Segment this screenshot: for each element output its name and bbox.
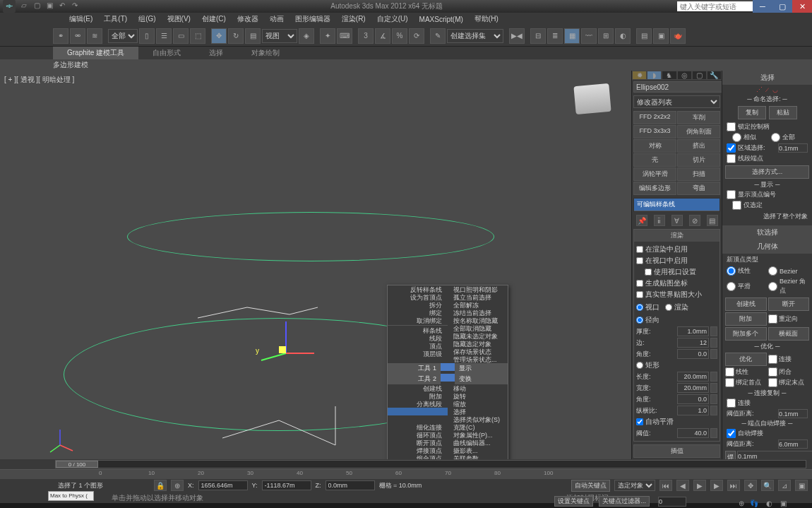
spinner-threshold[interactable]	[677, 428, 709, 438]
spinner-arrows-icon[interactable]	[710, 338, 717, 348]
select-object-icon[interactable]: ▯	[139, 28, 155, 44]
rollout-selection[interactable]: 选择	[722, 71, 812, 85]
auto-key-button[interactable]: 自动关键点	[571, 480, 610, 492]
track-bar[interactable]: 01020 304050 607080 100	[0, 469, 812, 479]
key-filters-button[interactable]: 关键点过滤器...	[599, 496, 650, 507]
rollout-softsel[interactable]: 软选择	[722, 225, 812, 240]
chk-bind-last[interactable]	[768, 378, 777, 387]
mod-editpoly[interactable]: 编辑多边形	[633, 182, 676, 195]
ctx-unfreeze-all[interactable]: 全部解冻	[448, 301, 508, 309]
nav-maximize-icon[interactable]: ▣	[780, 500, 787, 507]
ctx-vertex-level[interactable]: 顶点	[388, 342, 448, 350]
bind-spacewarp-icon[interactable]: ≋	[87, 28, 102, 44]
thresh-dist-field[interactable]	[778, 409, 808, 418]
ctx-divide[interactable]: 拆分	[388, 301, 448, 309]
menu-tools[interactable]: 工具(T)	[98, 13, 133, 25]
spinner-length[interactable]	[677, 372, 709, 382]
ctx-hover-item[interactable]	[388, 408, 448, 415]
spinner-width[interactable]	[677, 383, 709, 393]
window-crossing-icon[interactable]: ⬚	[190, 28, 205, 44]
rollout-interpolation[interactable]: 插值	[634, 445, 720, 457]
mod-ffd222[interactable]: FFD 2x2x2	[633, 111, 676, 124]
menu-group[interactable]: 组(G)	[133, 13, 161, 25]
menu-view[interactable]: 视图(V)	[162, 13, 196, 25]
menu-edit[interactable]: 编辑(E)	[64, 13, 98, 25]
close-button[interactable]: ✕	[792, 0, 812, 13]
lock-selection-icon[interactable]: 🔒	[154, 480, 167, 491]
radio-renderer[interactable]: 渲染	[665, 302, 688, 313]
chk-gen-mapping[interactable]: 生成贴图坐标	[636, 278, 717, 289]
nav-walk-icon[interactable]: 👣	[750, 500, 758, 507]
area-select-value[interactable]	[778, 143, 808, 153]
spinner-arrows-icon[interactable]	[710, 326, 717, 336]
spinner-angle2[interactable]	[677, 394, 709, 404]
ctx-create-line[interactable]: 创建线	[388, 384, 448, 392]
spinner-arrows-icon[interactable]	[710, 349, 717, 359]
chk-autosmooth[interactable]: 自动平滑	[636, 416, 717, 427]
spinner-arrows-icon[interactable]	[710, 394, 717, 404]
ctx-hide-unsel[interactable]: 隐藏未选定对象	[448, 332, 508, 340]
ctx-select[interactable]: 选择	[448, 408, 508, 415]
nav-fov-icon[interactable]: ⊿	[778, 480, 791, 491]
ctx-reverse-spline[interactable]: 反转样条线	[388, 285, 448, 293]
ctx-fuse-vertex[interactable]: 熔合顶点	[388, 454, 448, 459]
angle-snap-icon[interactable]: ∡	[375, 28, 390, 44]
select-region-icon[interactable]: ▭	[173, 28, 189, 44]
mod-bevelprofile[interactable]: 倒角剖面	[677, 125, 720, 138]
chk-lock-handles[interactable]	[727, 122, 736, 131]
select-move-icon[interactable]: ✥	[211, 28, 227, 44]
transform-gizmo[interactable]: y	[256, 321, 314, 360]
btn-attach[interactable]: 附加	[725, 312, 767, 326]
render-setup-icon[interactable]: ▤	[636, 28, 652, 44]
stack-show-icon[interactable]: ⅱ	[654, 215, 665, 226]
spinner-arrows-icon[interactable]	[710, 372, 717, 382]
ctx-detach-seg[interactable]: 分离线段	[388, 400, 448, 408]
modifier-stack[interactable]: 可编辑样条线	[633, 198, 720, 212]
radio-similar[interactable]	[732, 133, 741, 142]
set-key-button[interactable]: 设置关键点	[554, 496, 593, 507]
chk-real-world[interactable]: 真实世界贴图大小	[636, 289, 717, 300]
nav-zoomext-icon[interactable]: ▣	[795, 480, 808, 491]
radio-viewport[interactable]: 视口	[636, 302, 659, 313]
ctx-curve-editor[interactable]: 曲线编辑器...	[448, 439, 508, 447]
spinner-sides[interactable]	[677, 338, 709, 348]
chk-auto-weld[interactable]	[727, 429, 736, 438]
ribbon-tab-freeform[interactable]: 自由形式	[138, 47, 195, 59]
btn-break[interactable]: 断开	[768, 297, 810, 311]
goto-start-icon[interactable]: ⏮	[659, 480, 672, 491]
ctx-segment-level[interactable]: 线段	[388, 334, 448, 342]
btn-refine[interactable]: 优化	[725, 353, 767, 366]
ribbon-tab-selection[interactable]: 选择	[195, 47, 237, 59]
chk-bind-first[interactable]	[725, 378, 734, 387]
render-frame-icon[interactable]: ▣	[653, 28, 669, 44]
mod-extrude[interactable]: 挤出	[677, 139, 720, 153]
qat-open-icon[interactable]: ▢	[34, 1, 44, 11]
perspective-viewport[interactable]: [ + ][ 透视 ][ 明暗处理 ] y	[0, 71, 631, 459]
ribbon-tab-graphite[interactable]: Graphite 建模工具	[53, 47, 138, 59]
spinner-thickness[interactable]	[677, 326, 709, 336]
rollout-rendering[interactable]: 渲染	[634, 230, 720, 242]
menu-create[interactable]: 创建(C)	[196, 13, 232, 25]
ctx-rotate[interactable]: 旋转	[448, 392, 508, 400]
ref-coord-system[interactable]: 视图	[262, 29, 297, 43]
menu-grapheditors[interactable]: 图形编辑器	[289, 13, 336, 25]
ribbon-tab-paint[interactable]: 对象绘制	[237, 47, 294, 59]
spinner-angle[interactable]	[677, 349, 709, 359]
menu-animation[interactable]: 动画	[264, 13, 289, 25]
menu-rendering[interactable]: 渲染(R)	[336, 13, 371, 25]
ctx-isolate[interactable]: 孤立当前选择	[448, 293, 508, 301]
qat-undo-icon[interactable]: ↶	[59, 1, 69, 11]
pivot-center-icon[interactable]: ◈	[299, 28, 314, 44]
menu-help[interactable]: 帮助(H)	[469, 13, 504, 25]
ctx-freeze-sel[interactable]: 冻结当前选择	[448, 309, 508, 317]
chk-show-vertex-num[interactable]	[727, 190, 736, 199]
percent-snap-icon[interactable]: %	[392, 28, 407, 44]
ctx-wire-params[interactable]: 关联参数	[448, 454, 508, 459]
ctx-unhide-name[interactable]: 按名称取消隐藏	[448, 317, 508, 324]
radio-smooth[interactable]	[727, 282, 736, 291]
spinner-aspect[interactable]	[677, 406, 709, 415]
stack-unique-icon[interactable]: ∀	[671, 215, 683, 226]
qat-save-icon[interactable]: ▣	[47, 1, 56, 11]
spinner-arrows-icon[interactable]	[710, 428, 717, 438]
radio-all[interactable]	[771, 133, 780, 142]
